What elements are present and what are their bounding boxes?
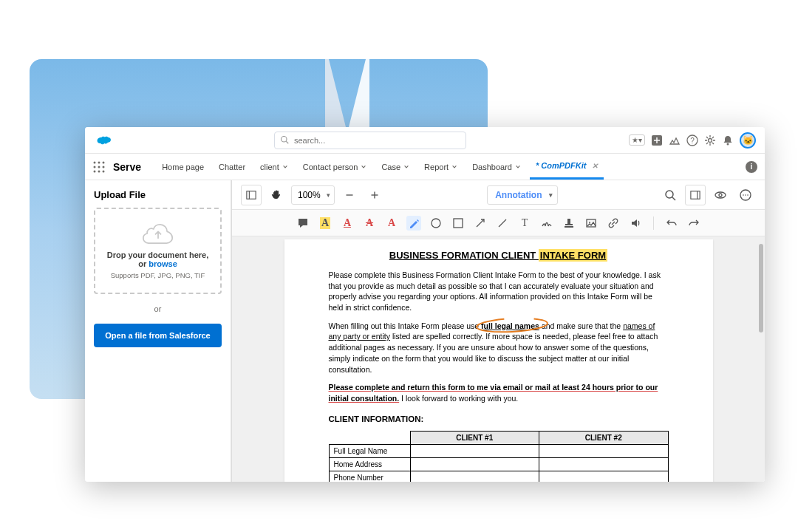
more-button[interactable]	[735, 185, 756, 205]
arrow-tool[interactable]	[473, 216, 488, 231]
drop-supports: Supports PDF, JPG, PNG, TIF	[103, 271, 213, 279]
document-area[interactable]: BUSINESS FORMATION CLIENT INTAKE FORM Pl…	[232, 236, 765, 482]
svg-point-0	[282, 136, 287, 142]
ink-tool[interactable]	[406, 216, 421, 231]
open-from-salesforce-button[interactable]: Open a file from Salesforce	[94, 324, 222, 347]
strikeout-tool[interactable]: A	[362, 216, 377, 231]
note-tool[interactable]	[296, 216, 310, 231]
pan-tool-button[interactable]	[266, 185, 287, 205]
zoom-in-button[interactable]	[364, 185, 385, 205]
line-tool[interactable]	[495, 216, 510, 231]
setup-gear-icon[interactable]	[704, 134, 716, 146]
scrollbar-thumb[interactable]	[759, 244, 763, 332]
tab-compdfkit[interactable]: * ComPDFKit✕	[530, 154, 604, 180]
zoom-out-button[interactable]	[339, 185, 360, 205]
svg-point-29	[745, 194, 746, 196]
viewer-toolbar-main: 100% Annotation	[232, 180, 765, 210]
underline-tool[interactable]: A	[340, 216, 355, 231]
chevron-down-icon	[515, 164, 521, 170]
tab-chatter[interactable]: Chatter	[213, 154, 251, 180]
svg-point-15	[103, 170, 105, 172]
svg-rect-23	[691, 191, 700, 199]
mode-select[interactable]: Annotation	[487, 185, 557, 205]
workspace: Upload File Drop your document here, or …	[85, 180, 765, 482]
user-avatar[interactable]: 🐱	[740, 132, 756, 149]
highlight-annotation: INTAKE FORM	[539, 249, 607, 262]
tab-dashboard[interactable]: Dashboard	[466, 154, 527, 180]
help-icon[interactable]: ?	[686, 134, 698, 146]
add-icon[interactable]	[651, 134, 663, 146]
annotation-toolbar: A A A A T	[232, 210, 765, 236]
pdf-page: BUSINESS FORMATION CLIENT INTAKE FORM Pl…	[284, 239, 713, 482]
chevron-down-icon	[282, 164, 288, 170]
chevron-down-icon	[403, 164, 409, 170]
link-tool[interactable]	[606, 216, 621, 231]
circle-tool[interactable]	[429, 216, 443, 231]
panel-toggle-button[interactable]	[241, 185, 262, 205]
favorites-menu[interactable]: ★▾	[629, 134, 645, 146]
svg-point-11	[98, 166, 100, 168]
table-header: CLIENT #1	[410, 431, 539, 444]
view-mode-button[interactable]	[710, 185, 731, 205]
client-table: CLIENT #1CLIENT #2 Full Legal Name Home …	[329, 431, 669, 482]
stamp-tool[interactable]	[562, 216, 576, 231]
chevron-down-icon	[361, 164, 366, 170]
chevron-down-icon	[451, 164, 457, 170]
zoom-select[interactable]: 100%	[291, 185, 335, 205]
signature-tool[interactable]	[539, 216, 554, 231]
tab-report[interactable]: Report	[418, 154, 463, 180]
search-button[interactable]	[660, 185, 681, 205]
app-launcher-icon[interactable]	[92, 160, 106, 174]
upload-panel: Upload File Drop your document here, or …	[85, 180, 231, 482]
or-divider: or	[94, 304, 222, 313]
svg-rect-36	[565, 224, 573, 225]
table-row-label: Home Address	[329, 457, 410, 471]
notification-bell-icon[interactable]	[722, 134, 734, 146]
svg-point-30	[747, 194, 748, 196]
svg-point-28	[743, 194, 744, 196]
salesforce-logo	[94, 134, 112, 146]
search-icon	[280, 135, 289, 144]
svg-point-25	[715, 192, 726, 198]
svg-rect-35	[567, 219, 570, 224]
svg-line-1	[286, 141, 288, 143]
trailhead-icon[interactable]	[669, 134, 681, 146]
right-panel-button[interactable]	[685, 185, 706, 205]
image-tool[interactable]	[584, 216, 598, 231]
header-actions: ★▾ ? 🐱	[629, 132, 756, 149]
tab-case[interactable]: Case	[375, 154, 415, 180]
svg-point-14	[98, 170, 100, 172]
tab-home[interactable]: Home page	[156, 154, 210, 180]
drop-zone[interactable]: Drop your document here, or browse Suppo…	[94, 208, 222, 294]
undo-button[interactable]	[664, 216, 679, 231]
upload-title: Upload File	[94, 189, 222, 200]
squiggly-tool[interactable]: A	[384, 216, 399, 231]
doc-paragraph: Please complete this Business Formation …	[329, 270, 669, 313]
doc-paragraph: When filling out this Intake Form please…	[329, 321, 669, 375]
svg-point-31	[432, 219, 440, 228]
svg-line-22	[672, 197, 675, 200]
global-search[interactable]	[274, 132, 466, 149]
global-header: ★▾ ? 🐱	[85, 127, 765, 154]
search-input[interactable]	[274, 132, 466, 149]
audio-tool[interactable]	[628, 216, 643, 231]
svg-line-33	[477, 219, 484, 227]
square-tool[interactable]	[451, 216, 466, 231]
close-icon[interactable]: ✕	[592, 162, 598, 170]
redo-button[interactable]	[686, 216, 701, 231]
svg-text:?: ?	[690, 137, 695, 145]
info-icon[interactable]: i	[746, 161, 757, 173]
svg-point-9	[103, 161, 105, 163]
freetext-tool[interactable]: T	[517, 216, 532, 231]
svg-point-21	[666, 191, 673, 198]
svg-point-8	[98, 161, 100, 163]
drop-text: Drop your document here, or browse	[103, 250, 213, 268]
highlight-tool[interactable]: A	[318, 216, 332, 231]
svg-rect-16	[247, 191, 256, 199]
table-row-label: Phone Number	[329, 471, 410, 482]
browse-link[interactable]: browse	[149, 259, 177, 268]
section-heading: CLIENT INFORMATION:	[329, 415, 669, 423]
nav-bar: Serve Home page Chatter client Contact p…	[85, 154, 765, 180]
tab-contact[interactable]: Contact person	[297, 154, 373, 180]
tab-client[interactable]: client	[254, 154, 294, 180]
